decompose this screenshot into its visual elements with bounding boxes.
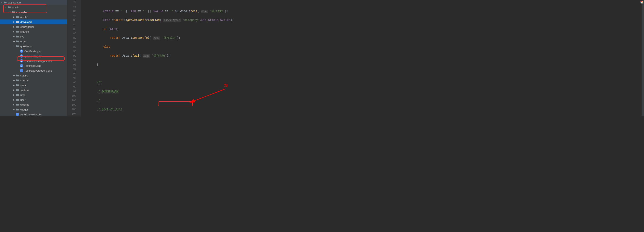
line-number: 89 (67, 45, 76, 49)
line-number: 92 (67, 58, 76, 62)
chevron-down-icon: ▼ (13, 45, 15, 47)
chevron-right-icon: ▶ (13, 84, 15, 86)
chevron-down-icon: ▼ (1, 1, 3, 3)
folder-icon (16, 45, 19, 48)
line-number: 81 (67, 9, 76, 13)
folder-icon (4, 1, 7, 4)
tree-label: ump (20, 94, 26, 97)
tree-file-certificate[interactable]: C Certificate.php (0, 49, 67, 54)
tree-folder-questions[interactable]: ▼ questions (0, 44, 67, 49)
tree-label: wechat (20, 103, 29, 106)
tree-label: store (20, 84, 26, 87)
php-class-icon: C (20, 69, 23, 72)
folder-icon (16, 98, 19, 101)
chevron-right-icon: ▶ (13, 31, 15, 33)
tree-folder-widget[interactable]: ▶ widget (0, 107, 67, 112)
chevron-right-icon: ▶ (13, 79, 15, 81)
folder-icon (16, 30, 19, 33)
tree-folder-download[interactable]: ▶ download (0, 19, 67, 24)
project-tree: ▼ application ▼ admin ▼ controller ▶ art… (0, 0, 67, 116)
tree-label: system (20, 89, 29, 92)
tree-file-test-paper[interactable]: C TestPaper.php (0, 63, 67, 68)
folder-icon (16, 35, 19, 38)
line-number: 95 (67, 71, 76, 76)
chevron-right-icon: ▶ (13, 21, 15, 23)
folder-icon (16, 15, 19, 19)
tree-label: finance (20, 30, 29, 33)
tree-file-auth-controller[interactable]: C AuthController.php (0, 112, 67, 116)
tree-label: Certificate.php (24, 50, 42, 53)
line-number: 93 (67, 62, 76, 67)
line-number: 87 (67, 36, 76, 40)
tree-file-questions-categpry[interactable]: C QuestionsCategpry.php (0, 58, 67, 63)
tree-label: Questions.php (24, 55, 42, 58)
folder-icon (16, 74, 19, 77)
tree-file-test-paper-category[interactable]: C TestPaperCategory.php (0, 68, 67, 73)
tree-folder-user[interactable]: ▶ user (0, 97, 67, 102)
folder-icon (16, 88, 19, 92)
tree-folder-admin[interactable]: ▼ admin (0, 5, 67, 10)
line-number: 85 (67, 27, 76, 31)
chevron-down-icon: ▼ (9, 11, 11, 13)
line-number: 101 (67, 98, 76, 103)
chevron-down-icon: ▼ (5, 6, 7, 8)
line-number: 82 (67, 13, 76, 18)
tree-label: live (20, 35, 24, 38)
tree-label: download (20, 20, 32, 23)
line-number: 97 (67, 80, 76, 85)
tree-label: questions (20, 45, 32, 48)
tree-folder-article[interactable]: ▶ article (0, 15, 67, 19)
chevron-right-icon: ▶ (13, 109, 15, 111)
line-number: 96 (67, 76, 76, 80)
tree-folder-system[interactable]: ▶ system (0, 88, 67, 93)
tree-folder-application[interactable]: ▼ application (0, 0, 67, 5)
tree-folder-wechat[interactable]: ▶ wechat (0, 102, 67, 107)
tree-file-questions[interactable]: C Questions.php (0, 54, 67, 58)
folder-icon (16, 25, 19, 28)
line-number: 88 (67, 40, 76, 45)
folder-icon (8, 6, 11, 9)
php-class-icon: C (20, 59, 23, 62)
chevron-right-icon: ▶ (13, 99, 15, 101)
folder-icon (16, 84, 19, 87)
tree-folder-controller[interactable]: ▼ controller (0, 10, 67, 15)
tree-folder-educational[interactable]: ▶ educational (0, 24, 67, 29)
folder-icon (16, 20, 19, 23)
chrome-icon (640, 0, 644, 4)
tree-label: QuestionsCategpry.php (24, 59, 52, 62)
line-number: 83 (67, 18, 76, 22)
folder-icon (12, 10, 15, 14)
chevron-right-icon: ▶ (13, 89, 15, 91)
line-number: 90 (67, 49, 76, 54)
error-stripe (642, 0, 644, 116)
tree-folder-setting[interactable]: ▶ setting (0, 73, 67, 78)
line-number: 100 (67, 94, 76, 98)
tree-folder-order[interactable]: ▶ order (0, 39, 67, 44)
tree-label: TestPaper.php (24, 64, 41, 67)
chevron-right-icon: ▶ (13, 40, 15, 42)
tree-label: article (20, 16, 28, 19)
line-number: 94 (67, 67, 76, 71)
tree-folder-live[interactable]: ▶ live (0, 34, 67, 39)
tree-folder-store[interactable]: ▶ store (0, 83, 67, 88)
tree-label: widget (20, 108, 28, 111)
chevron-right-icon: ▶ (13, 74, 15, 76)
php-class-icon: C (20, 49, 23, 53)
line-number: 84 (67, 22, 76, 27)
folder-icon (16, 79, 19, 82)
code-editor[interactable]: 7980818283848586878889909192939495969798… (67, 0, 644, 116)
folder-icon (16, 93, 19, 97)
chevron-right-icon: ▶ (13, 35, 15, 37)
tree-folder-special[interactable]: ▶ special (0, 78, 67, 83)
folder-icon (16, 103, 19, 106)
code-area[interactable]: $field == '' || $id == '' || $value == '… (81, 0, 642, 116)
tree-label: AuthController.php (20, 113, 42, 116)
tree-folder-finance[interactable]: ▶ finance (0, 29, 67, 34)
chevron-right-icon: ▶ (13, 16, 15, 18)
folder-icon (16, 40, 19, 43)
tree-folder-ump[interactable]: ▶ ump (0, 93, 67, 97)
php-class-icon: C (20, 54, 23, 58)
fold-column (78, 0, 81, 116)
tree-label: special (20, 79, 28, 82)
folder-icon (16, 108, 19, 111)
